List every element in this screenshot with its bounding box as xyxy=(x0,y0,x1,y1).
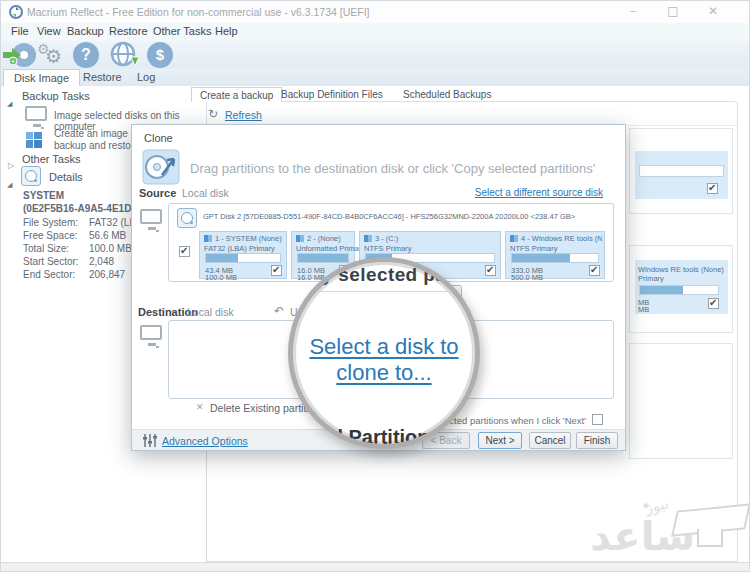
copy-on-next-checkbox[interactable] xyxy=(592,414,603,425)
subtab-create-backup[interactable]: Create a backup xyxy=(191,87,282,102)
subtab-scheduled-backups[interactable]: Scheduled Backups xyxy=(395,87,499,102)
dialog-title: Clone xyxy=(144,132,173,144)
partition-flag-icon xyxy=(364,235,372,242)
source-label: Source xyxy=(139,187,176,199)
graduation-cap-base xyxy=(697,529,723,547)
detail-value: 100.0 MB xyxy=(89,243,132,254)
svg-text:+: + xyxy=(11,58,15,65)
collapse-icon[interactable] xyxy=(7,92,12,110)
partition-box-1[interactable]: 1 - SYSTEM (None) FAT32 (LBA) Primary 43… xyxy=(199,231,287,279)
partition-flag-icon xyxy=(204,235,212,242)
bg-partition-fs: Primary xyxy=(638,274,664,283)
destination-computer-icon xyxy=(140,325,162,340)
checkbox[interactable] xyxy=(707,183,718,194)
restore-gears-icon[interactable]: ⚙ xyxy=(45,45,62,67)
disk-image-icon[interactable]: + xyxy=(3,42,39,68)
close-button[interactable]: ✕ xyxy=(703,4,723,18)
refresh-icon[interactable]: ↻ xyxy=(208,107,218,121)
menu-other-tasks[interactable]: Other Tasks xyxy=(153,25,212,37)
detail-value: 2,048 xyxy=(89,256,114,267)
magnifier-loupe: y selected pa Select a disk to clone to.… xyxy=(288,257,480,449)
source-type-label: Local disk xyxy=(182,187,229,199)
detail-label: Start Sector: xyxy=(23,256,79,267)
partition-usage-bar xyxy=(511,253,599,263)
sidebar-header-backup-tasks[interactable]: Backup Tasks xyxy=(22,90,90,102)
window-title: Macrium Reflect - Free Edition for non-c… xyxy=(27,6,370,18)
panel-divider xyxy=(206,451,207,562)
source-disk-checkbox[interactable] xyxy=(179,246,190,257)
disk-icon xyxy=(177,208,197,228)
undo-icon[interactable]: ↶ xyxy=(274,304,284,318)
detail-label: Free Space: xyxy=(23,230,77,241)
subtab-backup-definition-files[interactable]: Backup Definition Files xyxy=(273,87,391,102)
watermark-maintext: ساعد xyxy=(590,513,695,559)
menu-bar: File View Backup Restore Other Tasks Hel… xyxy=(1,23,749,41)
dialog-instruction: Drag partitions to the destination disk … xyxy=(190,161,595,176)
finish-button[interactable]: Finish xyxy=(576,432,618,449)
bg-disk-box: Windows RE tools (None) Primary MB MB xyxy=(629,245,733,333)
bg-partition-label: Windows RE tools (None) xyxy=(638,265,724,274)
clone-disks-icon xyxy=(142,149,180,185)
partition-flag-icon xyxy=(510,235,518,242)
disk-icon xyxy=(21,166,41,186)
bg-partition-total: MB xyxy=(638,305,649,314)
partition-checkbox[interactable] xyxy=(271,265,282,276)
detail-label: End Sector: xyxy=(23,269,75,280)
detail-label: File System: xyxy=(23,217,78,228)
collapse-icon[interactable] xyxy=(7,173,12,191)
disk-title: GPT Disk 2 [57DE0885-D551-490F-84CD-B4B0… xyxy=(203,212,575,221)
detail-system-name: SYSTEM xyxy=(23,190,64,201)
expand-icon[interactable] xyxy=(8,154,14,172)
delete-partition-icon[interactable]: ✕ xyxy=(196,402,204,412)
maximize-button[interactable]: □ xyxy=(663,4,683,18)
partition-usage-bar xyxy=(205,253,281,263)
refresh-link[interactable]: Refresh xyxy=(225,109,262,121)
web-globe-icon[interactable] xyxy=(109,41,141,69)
main-tab-bar: Disk Image Restore Log xyxy=(1,69,749,86)
menu-help[interactable]: Help xyxy=(215,25,238,37)
cancel-button[interactable]: Cancel xyxy=(529,432,571,449)
select-different-source-link[interactable]: Select a different source disk xyxy=(475,187,603,198)
partition-flag-icon xyxy=(296,235,304,242)
menu-backup[interactable]: Backup xyxy=(67,25,104,37)
windows-logo-icon xyxy=(26,132,42,148)
sidebar-header-details[interactable]: Details xyxy=(49,171,83,183)
monitor-icon xyxy=(25,106,47,121)
next-button[interactable]: Next > xyxy=(478,432,522,449)
title-bar: Macrium Reflect - Free Edition for non-c… xyxy=(1,1,749,23)
partition-checkbox[interactable] xyxy=(485,265,496,276)
help-icon[interactable]: ? xyxy=(73,42,99,68)
menu-file[interactable]: File xyxy=(11,25,29,37)
sidebar-header-other-tasks[interactable]: Other Tasks xyxy=(22,153,81,165)
watermark-logo: ✦ نیوز ساعد xyxy=(599,499,747,565)
app-icon xyxy=(9,5,23,19)
checkbox[interactable] xyxy=(708,298,719,309)
advanced-options-link[interactable]: Advanced Options xyxy=(162,435,248,447)
detail-value: 56.6 MB xyxy=(89,230,126,241)
partition-box-4[interactable]: 4 - Windows RE tools (None) NTFS Primary… xyxy=(505,231,605,279)
loupe-select-disk-link[interactable]: Select a disk to clone to... xyxy=(293,334,475,386)
destination-type-label: Local disk xyxy=(187,306,234,318)
app-window: Macrium Reflect - Free Edition for non-c… xyxy=(0,0,750,572)
partition-checkbox[interactable] xyxy=(589,265,600,276)
tab-restore[interactable]: Restore xyxy=(73,69,132,86)
advanced-options-sliders-icon xyxy=(142,434,157,447)
detail-label: Total Size: xyxy=(23,243,69,254)
detail-value: 206,847 xyxy=(89,269,125,280)
menu-restore[interactable]: Restore xyxy=(109,25,148,37)
tab-log[interactable]: Log xyxy=(127,69,165,86)
source-computer-icon xyxy=(140,209,162,224)
bg-disk-box xyxy=(629,128,733,214)
menu-view[interactable]: View xyxy=(37,25,61,37)
minimize-button[interactable]: – xyxy=(623,4,643,18)
upgrade-dollar-icon[interactable]: $ xyxy=(147,42,173,68)
bg-disk-box xyxy=(629,343,733,459)
toolbar: + ⚙ ⚙ ? $ xyxy=(1,41,749,69)
tab-disk-image[interactable]: Disk Image xyxy=(3,69,80,86)
partition-usage-bar xyxy=(297,253,349,263)
